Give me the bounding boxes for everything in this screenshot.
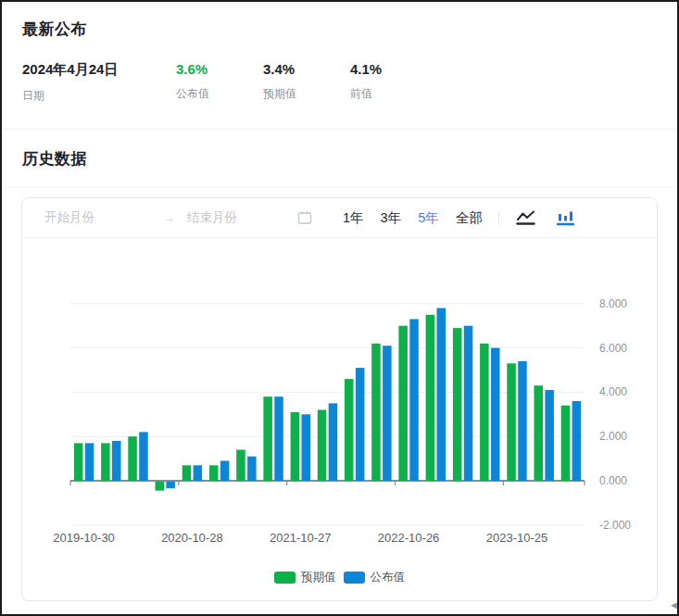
- stat-date: 2024年4月24日 日期: [22, 61, 176, 104]
- bar-公布值[interactable]: [545, 390, 554, 481]
- bar-公布值[interactable]: [572, 401, 582, 481]
- bar-预期值[interactable]: [74, 443, 83, 481]
- previous-value: 4.1%: [350, 61, 437, 77]
- bar-预期值[interactable]: [398, 326, 408, 481]
- bar-公布值[interactable]: [85, 443, 94, 481]
- bar-公布值[interactable]: [518, 361, 527, 481]
- toolbar-divider: [498, 211, 499, 225]
- bar-公布值[interactable]: [356, 368, 365, 481]
- end-month-input[interactable]: 结束月份: [187, 209, 280, 226]
- legend-label-expected: 预期值: [301, 570, 336, 585]
- previous-label: 前值: [350, 86, 437, 102]
- published-label: 公布值: [176, 86, 263, 102]
- legend-swatch-published: [344, 572, 365, 584]
- bar-预期值[interactable]: [453, 328, 462, 481]
- chart-legend: 预期值 公布值: [22, 570, 657, 585]
- legend-label-published: 公布值: [371, 570, 406, 585]
- history-chart-card: 开始月份 → 结束月份 1年 3年 5年 全部: [21, 197, 658, 601]
- bar-公布值[interactable]: [194, 465, 203, 481]
- bar-公布值[interactable]: [329, 403, 338, 481]
- tab-3-year[interactable]: 3年: [381, 209, 402, 227]
- bar-chart-icon[interactable]: [556, 209, 575, 226]
- bar-预期值[interactable]: [507, 363, 516, 481]
- bar-公布值[interactable]: [220, 461, 230, 482]
- latest-stats-row: 2024年4月24日 日期 3.6% 公布值 3.4% 预期值 4.1% 前值: [22, 61, 657, 104]
- history-section-title: 历史数据: [2, 130, 677, 170]
- bar-预期值[interactable]: [371, 344, 381, 481]
- period-tabs: 1年 3年 5年 全部: [343, 209, 483, 227]
- x-axis-tick-label: 2020-10-28: [161, 531, 223, 545]
- bar-预期值[interactable]: [318, 410, 327, 482]
- bar-预期值[interactable]: [236, 450, 245, 482]
- month-range-picker[interactable]: 开始月份 → 结束月份: [44, 209, 312, 226]
- x-axis-tick-label: 2019-10-30: [53, 531, 115, 545]
- bar-公布值[interactable]: [274, 396, 283, 481]
- bar-公布值[interactable]: [409, 320, 419, 482]
- stat-published: 3.6% 公布值: [176, 61, 263, 104]
- x-axis-tick-label: 2021-10-27: [270, 531, 332, 545]
- x-axis-tick-label: 2022-10-26: [378, 531, 440, 545]
- tab-1-year[interactable]: 1年: [343, 209, 364, 227]
- bar-预期值[interactable]: [209, 465, 219, 481]
- bar-公布值[interactable]: [166, 482, 175, 488]
- bar-预期值[interactable]: [156, 482, 165, 491]
- y-axis-tick-label: 2.000: [599, 430, 627, 443]
- x-axis-tick-label: 2023-10-25: [486, 531, 548, 545]
- stat-expected: 3.4% 预期值: [263, 61, 350, 104]
- bar-预期值[interactable]: [128, 436, 137, 481]
- bar-公布值[interactable]: [247, 457, 257, 481]
- y-axis-tick-label: 6.000: [599, 342, 627, 355]
- corner-scroll-arrow[interactable]: ◄: [669, 599, 679, 610]
- bar-预期值[interactable]: [561, 406, 571, 481]
- legend-item-expected[interactable]: 预期值: [274, 570, 336, 585]
- tab-5-year[interactable]: 5年: [418, 209, 439, 227]
- legend-swatch-expected: [274, 572, 295, 584]
- start-month-input[interactable]: 开始月份: [44, 209, 163, 226]
- bar-预期值[interactable]: [263, 396, 272, 481]
- y-axis-tick-label: 4.000: [599, 385, 627, 398]
- expected-label: 预期值: [263, 86, 350, 102]
- chart-toolbar: 开始月份 → 结束月份 1年 3年 5年 全部: [22, 198, 657, 238]
- bar-公布值[interactable]: [112, 441, 121, 481]
- history-divider: [2, 187, 677, 188]
- expected-value: 3.4%: [263, 61, 350, 77]
- bar-公布值[interactable]: [464, 326, 473, 481]
- bar-预期值[interactable]: [182, 465, 192, 481]
- latest-date-label: 日期: [22, 88, 176, 104]
- tab-all[interactable]: 全部: [456, 209, 483, 227]
- chart-type-switch: [516, 209, 575, 226]
- bar-预期值[interactable]: [291, 412, 300, 481]
- history-bar-chart: 8.0006.0004.0002.0000.000-2.0002019-10-3…: [22, 238, 659, 564]
- bar-预期值[interactable]: [480, 344, 489, 481]
- calendar-icon[interactable]: [297, 210, 312, 225]
- latest-date-value: 2024年4月24日: [22, 61, 176, 79]
- range-arrow-icon: →: [163, 211, 187, 225]
- bar-公布值[interactable]: [383, 346, 392, 481]
- stat-previous: 4.1% 前值: [350, 61, 437, 104]
- bar-公布值[interactable]: [437, 308, 446, 481]
- y-axis-tick-label: 8.000: [599, 297, 627, 310]
- bar-预期值[interactable]: [534, 385, 544, 481]
- economic-indicator-panel: 最新公布 2024年4月24日 日期 3.6% 公布值 3.4% 预期值 4.1…: [0, 0, 679, 616]
- y-axis-tick-label: -2.000: [599, 519, 631, 532]
- published-value: 3.6%: [176, 61, 263, 77]
- bar-公布值[interactable]: [491, 348, 500, 481]
- bar-预期值[interactable]: [101, 443, 110, 481]
- bar-公布值[interactable]: [302, 414, 311, 481]
- y-axis-tick-label: 0.000: [599, 474, 627, 487]
- bar-公布值[interactable]: [139, 432, 148, 481]
- latest-section-title: 最新公布: [2, 2, 677, 40]
- line-chart-icon[interactable]: [516, 209, 535, 226]
- bar-预期值[interactable]: [426, 315, 435, 481]
- bar-预期值[interactable]: [345, 379, 354, 481]
- legend-item-published[interactable]: 公布值: [344, 570, 406, 585]
